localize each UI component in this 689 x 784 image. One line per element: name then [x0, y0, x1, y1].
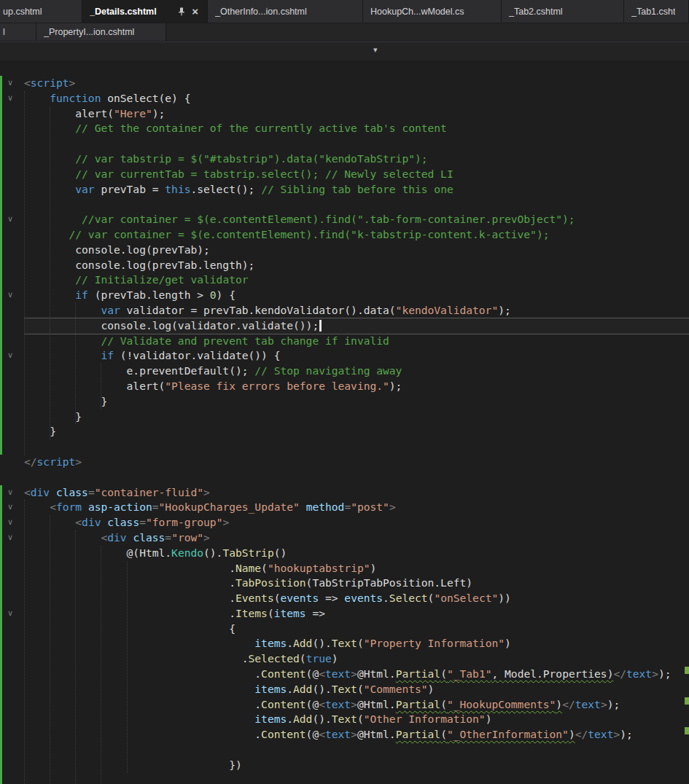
code-token: . — [24, 576, 235, 589]
code-line[interactable]: @(Html.Kendo().TabStrip() — [24, 546, 689, 561]
code-line[interactable] — [24, 197, 689, 212]
code-line[interactable]: // var currentTab = tabstrip.select(); /… — [24, 167, 689, 182]
code-token: "post" — [351, 501, 389, 513]
tab-tab1-csht[interactable]: _Tab1.csht — [624, 0, 689, 23]
tab-l[interactable]: l — [0, 23, 36, 41]
tab-tab2-cshtml[interactable]: _Tab2.cshtml — [502, 0, 624, 23]
code-token: console.log(prevTab); — [24, 243, 210, 256]
code-line[interactable]: }) — [24, 758, 689, 773]
code-line[interactable]: </script> — [24, 455, 689, 470]
code-line[interactable] — [24, 773, 689, 784]
code-line[interactable]: // var tabstrip = $("#tabstrip").data("k… — [24, 152, 689, 167]
code-area[interactable]: <script> function onSelect(e) { alert("H… — [0, 60, 689, 784]
tab-otherinfo-ion-cshtml[interactable]: _OtherInfo...ion.cshtml — [208, 0, 363, 23]
code-token: ) — [332, 652, 338, 665]
code-line[interactable]: if (!validator.validate()) { — [24, 348, 689, 364]
code-line[interactable]: e.preventDefault(); // Stop navigating a… — [24, 364, 689, 379]
code-token: Events — [235, 592, 274, 604]
code-token: ) — [569, 728, 575, 740]
code-line[interactable]: alert("Here"); — [24, 106, 689, 122]
code-line[interactable]: } — [24, 394, 689, 409]
code-token: (prevTab.length > — [88, 289, 210, 301]
editor[interactable]: ∨∨∨∨∨∨∨∨∨∨ <script> function onSelect(e)… — [0, 60, 689, 784]
code-line[interactable]: <div class="row"> — [24, 530, 689, 546]
code-token: . — [287, 637, 293, 649]
code-line[interactable] — [24, 470, 689, 485]
code-line[interactable]: items.Add().Text("Comments") — [24, 682, 689, 697]
code-line[interactable]: .Events(events => events.Select("onSelec… — [24, 591, 689, 606]
code-token: ( — [268, 607, 274, 619]
code-line[interactable]: // Get the container of the currently ac… — [24, 121, 689, 136]
code-token: , Model.Properties) — [491, 667, 613, 680]
code-line[interactable]: items.Add().Text("Other Information") — [24, 712, 689, 727]
code-line[interactable]: .Items(items => — [24, 606, 689, 622]
code-token: </ — [562, 698, 575, 710]
code-line[interactable]: .TabPosition(TabStripTabPosition.Left) — [24, 576, 689, 591]
code-line[interactable]: <div class="form-group"> — [24, 515, 689, 530]
code-line[interactable]: .Content(@<text>@Html.Partial("_HookupCo… — [24, 697, 689, 713]
code-token: // var currentTab = tabstrip.select(); /… — [75, 168, 453, 180]
code-line[interactable]: } — [24, 409, 689, 425]
code-line[interactable]: .Name("hookuptabstrip") — [24, 561, 689, 576]
code-token: ) — [370, 562, 377, 574]
code-line[interactable]: if (prevTab.length > 0) { — [24, 288, 689, 303]
scrollbar[interactable] — [685, 60, 689, 784]
code-token: (). — [312, 637, 331, 649]
code-token: ( — [261, 562, 268, 574]
code-token: </ — [613, 667, 626, 680]
code-line[interactable]: .Content(@<text>@Html.Partial("_Tab1", M… — [24, 667, 689, 682]
code-token — [101, 516, 107, 528]
code-line[interactable]: } — [24, 424, 689, 439]
code-line[interactable]: .Selected(true) — [24, 651, 689, 667]
code-token: Add — [293, 713, 312, 725]
code-line[interactable]: var prevTab = this.select(); // Sibling … — [24, 182, 689, 197]
code-line[interactable] — [24, 136, 689, 152]
code-token: </ — [24, 455, 37, 468]
code-line[interactable]: { — [24, 622, 689, 637]
code-token: this — [165, 183, 190, 195]
code-token: . — [24, 667, 261, 680]
code-token: @Html. — [357, 667, 396, 680]
code-line-current[interactable]: console.log(validator.validate()); — [24, 318, 689, 334]
code-line[interactable]: <div class="container-fluid"> — [24, 485, 689, 501]
code-token: Partial — [396, 728, 441, 740]
code-line[interactable]: // Validate and prevent tab change if in… — [24, 334, 689, 349]
tab-up-cshtml[interactable]: up.cshtml — [0, 0, 82, 23]
code-token: (!validator.validate()) { — [114, 349, 280, 361]
code-token: text — [325, 667, 351, 680]
tab-propertyi-ion-cshtml[interactable]: _PropertyI...ion.cshtml — [36, 23, 166, 41]
code-line[interactable]: //var container = $(e.contentElement).fi… — [24, 212, 689, 227]
code-line[interactable]: .Content(@<text>@Html.Partial("_OtherInf… — [24, 727, 689, 742]
code-line[interactable]: function onSelect(e) { — [24, 91, 689, 106]
code-token — [24, 516, 75, 528]
code-line[interactable]: console.log(prevTab); — [24, 243, 689, 258]
code-line[interactable] — [24, 439, 689, 455]
code-line[interactable]: // Initialize/get validator — [24, 273, 689, 288]
code-token: "Here" — [114, 107, 152, 119]
code-line[interactable]: alert("Please fix errors before leaving.… — [24, 379, 689, 394]
code-token — [24, 122, 75, 134]
navbar-dropdown-icon[interactable]: ▾ — [373, 45, 378, 55]
code-line[interactable] — [24, 742, 689, 758]
code-token: events — [344, 592, 383, 604]
code-token — [24, 334, 101, 347]
code-token: alert( — [24, 380, 165, 392]
pin-icon[interactable] — [176, 7, 187, 16]
code-token: = — [88, 486, 95, 498]
close-icon[interactable]: × — [190, 6, 200, 17]
tab-hookupch-wmodel-cs[interactable]: HookupCh...wModel.cs — [363, 0, 502, 23]
code-token: // Get the container of the currently ac… — [75, 122, 447, 134]
code-token: alert( — [24, 107, 114, 119]
code-token — [24, 213, 82, 225]
code-line[interactable]: console.log(prevTab.length); — [24, 258, 689, 273]
code-line[interactable]: var validator = prevTab.kendoValidator()… — [24, 303, 689, 318]
code-token: ( — [440, 728, 447, 740]
code-token: . — [287, 683, 293, 695]
tab-details-cshtml[interactable]: _Details.cshtml× — [82, 0, 208, 23]
code-token: < — [319, 698, 325, 710]
code-line[interactable]: items.Add().Text("Property Information") — [24, 636, 689, 651]
code-line[interactable]: <form asp-action="HookupCharges_Update" … — [24, 500, 689, 515]
code-line[interactable]: <script> — [24, 76, 689, 91]
code-line[interactable]: // var container = $(e.contentElement).f… — [24, 227, 689, 243]
code-token: console.log(validator.validate()); — [24, 319, 319, 332]
